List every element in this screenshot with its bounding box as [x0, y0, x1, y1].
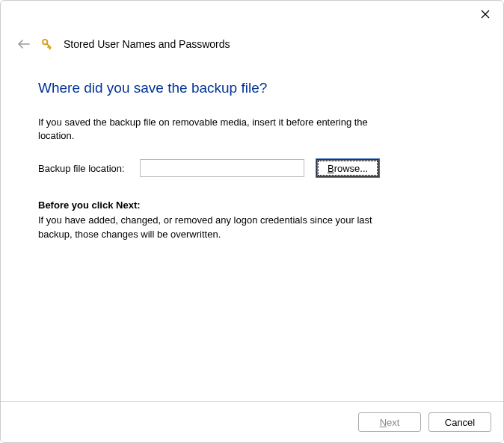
key-icon: [40, 37, 55, 52]
back-button[interactable]: [17, 37, 31, 51]
next-rest: ext: [387, 417, 399, 428]
footer: Next Cancel: [1, 401, 503, 442]
back-arrow-icon: [17, 39, 31, 49]
location-label: Backup file location:: [38, 163, 128, 174]
warning-text: If you have added, changed, or removed a…: [38, 214, 382, 241]
instruction-text: If you saved the backup file on removabl…: [38, 116, 397, 143]
browse-mnemonic: B: [328, 163, 334, 174]
warning-heading: Before you click Next:: [38, 199, 466, 211]
backup-location-input[interactable]: [140, 159, 304, 177]
close-icon: [480, 9, 491, 19]
location-row: Backup file location: Browse...: [38, 159, 466, 177]
cancel-button[interactable]: Cancel: [428, 412, 491, 432]
browse-rest: rowse...: [334, 163, 369, 174]
content-area: Where did you save the backup file? If y…: [1, 52, 503, 241]
next-button[interactable]: Next: [358, 412, 421, 432]
close-button[interactable]: [478, 7, 493, 22]
next-mnemonic: N: [380, 417, 387, 428]
page-heading: Where did you save the backup file?: [38, 80, 466, 96]
header-title: Stored User Names and Passwords: [64, 38, 230, 50]
titlebar: [1, 1, 503, 28]
browse-button[interactable]: Browse...: [316, 159, 379, 177]
header-row: Stored User Names and Passwords: [1, 28, 503, 52]
